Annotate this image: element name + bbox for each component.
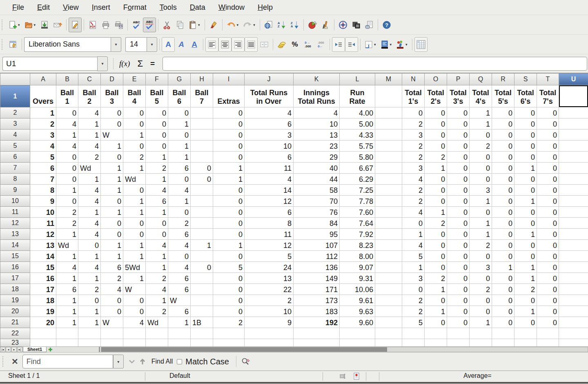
cell-E18[interactable]: W [123,284,146,295]
cell-E9[interactable]: 0 [123,185,146,196]
navigator-button[interactable] [336,18,350,32]
font-color-dropdown-arrow[interactable]: ▾ [405,42,408,47]
cell-N7[interactable]: 3 [402,163,425,174]
cell-U20[interactable] [559,306,588,317]
cell-L15[interactable]: 8.00 [340,251,375,262]
cell-C18[interactable]: 2 [78,284,101,295]
column-header-H[interactable]: H [191,74,213,85]
cell-U5[interactable] [559,141,588,152]
row-header-22[interactable]: 22 [0,328,30,339]
cell-L11[interactable]: 7.60 [340,207,375,218]
row-header-4[interactable]: 4 [0,129,30,141]
background-color-button[interactable]: ▾ [379,37,394,52]
cell-O7[interactable]: 1 [425,163,447,174]
row-header-23[interactable]: 23 [0,339,30,347]
cell-M22[interactable] [375,328,402,339]
cell-K5[interactable]: 23 [294,141,340,152]
gallery-button[interactable] [350,18,363,32]
cell-I7[interactable]: 1 [213,163,245,174]
undo-button[interactable]: ▾ [225,18,241,32]
cell-T23[interactable] [537,339,559,347]
cell-J5[interactable]: 10 [245,141,294,152]
row-header-10[interactable]: 10 [0,196,30,207]
cell-J3[interactable]: 6 [245,118,294,129]
row-header-13[interactable]: 13 [0,229,30,240]
sheet-tab-sheet1[interactable]: Sheet1 [23,347,47,352]
cell-E7[interactable]: 1 [123,163,146,174]
cell-J21[interactable]: 9 [245,317,294,328]
cell-S6[interactable]: 0 [514,152,537,163]
bold-button[interactable]: A [162,37,175,52]
cell-Q8[interactable]: 0 [470,174,492,185]
cell-E16[interactable]: 5Wd [123,262,146,273]
column-header-D[interactable]: D [101,74,123,85]
cell-A7[interactable]: 6 [30,163,56,174]
cell-E10[interactable]: 1 [123,196,146,207]
cell-A22[interactable] [30,328,56,339]
cell-T2[interactable]: 0 [537,107,559,118]
cell-A10[interactable]: 9 [30,196,56,207]
cell-Q5[interactable]: 2 [470,141,492,152]
cell-T8[interactable]: 0 [537,174,559,185]
cell-F14[interactable]: 4 [146,240,168,251]
cell-H6[interactable] [191,152,213,163]
increase-indent-button[interactable] [345,37,358,52]
cell-U21[interactable] [559,317,588,328]
cell-H16[interactable]: 0 [191,262,213,273]
cell-K21[interactable]: 192 [294,317,340,328]
column-header-G[interactable]: G [168,74,191,85]
cell-E5[interactable]: 0 [123,141,146,152]
cell-I13[interactable]: 0 [213,229,245,240]
column-header-F[interactable]: F [146,74,168,85]
cell-B2[interactable]: 0 [56,107,78,118]
cell-N19[interactable]: 2 [402,295,425,306]
cell-M23[interactable] [375,339,402,347]
cell-M12[interactable] [375,218,402,229]
cell-Q4[interactable]: 0 [470,129,492,141]
cell-O4[interactable]: 0 [425,129,447,141]
page-style-status[interactable]: Default [169,372,190,380]
cell-N9[interactable]: 2 [402,185,425,196]
cell-T19[interactable]: 0 [537,295,559,306]
cell-R19[interactable]: 0 [492,295,514,306]
cell-F7[interactable]: 2 [146,163,168,174]
cell-F16[interactable]: 1 [146,262,168,273]
cell-O11[interactable]: 1 [425,207,447,218]
cell-P21[interactable]: 0 [447,317,470,328]
cell-E19[interactable]: 0 [123,295,146,306]
cell-L13[interactable]: 7.92 [340,229,375,240]
cell-P11[interactable]: 0 [447,207,470,218]
cell-T7[interactable]: 0 [537,163,559,174]
toolbar-grip[interactable] [2,20,5,30]
cell-B21[interactable]: 1 [56,317,78,328]
close-find-bar-icon[interactable]: ✕ [7,357,22,366]
cell-A13[interactable]: 12 [30,229,56,240]
cell-F22[interactable] [146,328,168,339]
cell-J23[interactable] [245,339,294,347]
cell-Q2[interactable]: 1 [470,107,492,118]
cell-C19[interactable]: 0 [78,295,101,306]
column-header-P[interactable]: P [447,74,470,85]
cell-K2[interactable]: 4 [294,107,340,118]
cell-U3[interactable] [559,118,588,129]
cell-O8[interactable]: 0 [425,174,447,185]
cell-Q19[interactable]: 0 [470,295,492,306]
cell-Q11[interactable]: 0 [470,207,492,218]
column-header-A[interactable]: A [30,74,56,85]
export-pdf-button[interactable]: PDF [86,18,99,32]
menu-tools[interactable]: Tools [153,1,183,14]
cell-N13[interactable]: 1 [402,229,425,240]
cell-D3[interactable]: 0 [101,118,123,129]
cell-S8[interactable]: 0 [514,174,537,185]
cell-C10[interactable]: 4 [78,196,101,207]
cell-E6[interactable]: 2 [123,152,146,163]
cell-R12[interactable]: 0 [492,218,514,229]
cell-B11[interactable]: 2 [56,207,78,218]
cell-C11[interactable]: 1 [78,207,101,218]
cell-U17[interactable] [559,273,588,284]
cell-K4[interactable]: 13 [294,129,340,141]
print-button[interactable] [99,18,112,32]
cell-S18[interactable]: 2 [514,284,537,295]
cell-P3[interactable]: 0 [447,118,470,129]
cell-E13[interactable]: 0 [123,229,146,240]
